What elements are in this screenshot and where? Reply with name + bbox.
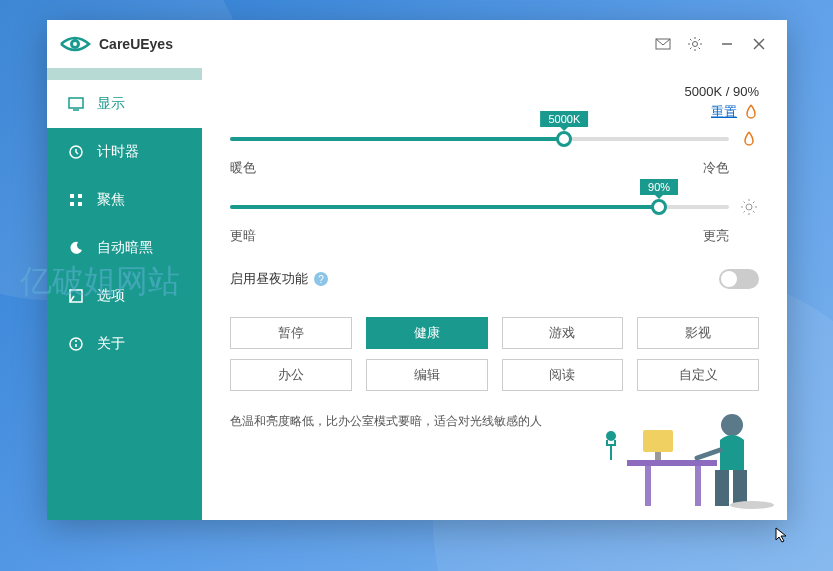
svg-rect-12 bbox=[70, 202, 74, 206]
brightness-value-tooltip: 90% bbox=[640, 179, 678, 195]
close-button[interactable] bbox=[743, 28, 775, 60]
illustration bbox=[577, 370, 777, 510]
svg-line-26 bbox=[753, 202, 755, 204]
reset-link[interactable]: 重置 bbox=[711, 103, 737, 121]
mode-movie[interactable]: 影视 bbox=[637, 317, 759, 349]
minimize-button[interactable] bbox=[711, 28, 743, 60]
svg-rect-11 bbox=[78, 194, 82, 198]
mode-grid: 暂停 健康 游戏 影视 办公 编辑 阅读 自定义 bbox=[230, 317, 759, 391]
svg-point-36 bbox=[730, 501, 774, 509]
titlebar: CareUEyes bbox=[47, 20, 787, 68]
svg-rect-13 bbox=[78, 202, 82, 206]
help-icon[interactable]: ? bbox=[314, 272, 328, 286]
svg-rect-28 bbox=[645, 466, 651, 506]
sidebar-item-focus[interactable]: 聚焦 bbox=[47, 176, 202, 224]
mode-health[interactable]: 健康 bbox=[366, 317, 488, 349]
flame-icon bbox=[743, 104, 759, 120]
svg-rect-31 bbox=[655, 452, 661, 460]
settings-icon[interactable] bbox=[679, 28, 711, 60]
svg-rect-27 bbox=[627, 460, 717, 466]
brightness-slider-thumb[interactable] bbox=[651, 199, 667, 215]
sidebar-item-options[interactable]: 选项 bbox=[47, 272, 202, 320]
mode-read[interactable]: 阅读 bbox=[502, 359, 624, 391]
svg-rect-29 bbox=[695, 466, 701, 506]
svg-rect-30 bbox=[643, 430, 673, 452]
flame-outline-icon bbox=[739, 129, 759, 149]
status-readout: 5000K / 90% bbox=[685, 84, 759, 99]
app-window: CareUEyes 显示 计时器 聚焦 自动暗黑 bbox=[47, 20, 787, 520]
temperature-cool-label: 冷色 bbox=[703, 159, 729, 177]
svg-point-32 bbox=[606, 431, 616, 441]
mode-office[interactable]: 办公 bbox=[230, 359, 352, 391]
svg-point-1 bbox=[73, 42, 77, 46]
mode-pause[interactable]: 暂停 bbox=[230, 317, 352, 349]
sidebar-label: 聚焦 bbox=[97, 191, 125, 209]
cursor-icon bbox=[775, 527, 791, 543]
sidebar-label: 计时器 bbox=[97, 143, 139, 161]
svg-rect-10 bbox=[70, 194, 74, 198]
svg-rect-34 bbox=[715, 470, 729, 506]
sidebar-item-autodark[interactable]: 自动暗黑 bbox=[47, 224, 202, 272]
temperature-slider-thumb[interactable] bbox=[556, 131, 572, 147]
clock-icon bbox=[67, 143, 85, 161]
sun-icon bbox=[739, 197, 759, 217]
monitor-icon bbox=[67, 95, 85, 113]
sidebar-label: 选项 bbox=[97, 287, 125, 305]
temperature-slider[interactable]: 5000K bbox=[230, 137, 729, 141]
app-logo: CareUEyes bbox=[59, 34, 173, 54]
options-icon bbox=[67, 287, 85, 305]
svg-rect-35 bbox=[733, 470, 747, 506]
svg-line-23 bbox=[744, 202, 746, 204]
sidebar-label: 自动暗黑 bbox=[97, 239, 153, 257]
svg-point-3 bbox=[693, 42, 698, 47]
svg-line-24 bbox=[753, 211, 755, 213]
temperature-value-tooltip: 5000K bbox=[540, 111, 588, 127]
sidebar-item-about[interactable]: 关于 bbox=[47, 320, 202, 368]
eye-logo-icon bbox=[59, 34, 91, 54]
daynight-toggle[interactable] bbox=[719, 269, 759, 289]
app-title: CareUEyes bbox=[99, 36, 173, 52]
mode-game[interactable]: 游戏 bbox=[502, 317, 624, 349]
grid-icon bbox=[67, 191, 85, 209]
brightness-darker-label: 更暗 bbox=[230, 227, 256, 245]
sidebar-item-display[interactable]: 显示 bbox=[47, 80, 202, 128]
brightness-brighter-label: 更亮 bbox=[703, 227, 729, 245]
brightness-slider[interactable]: 90% bbox=[230, 205, 729, 209]
mail-icon[interactable] bbox=[647, 28, 679, 60]
mode-edit[interactable]: 编辑 bbox=[366, 359, 488, 391]
sidebar-item-timer[interactable]: 计时器 bbox=[47, 128, 202, 176]
mode-description: 色温和亮度略低，比办公室模式要暗，适合对光线敏感的人 bbox=[230, 413, 759, 430]
sidebar-label: 显示 bbox=[97, 95, 125, 113]
svg-point-18 bbox=[746, 204, 752, 210]
temperature-warm-label: 暖色 bbox=[230, 159, 256, 177]
svg-line-25 bbox=[744, 211, 746, 213]
info-icon bbox=[67, 335, 85, 353]
moon-icon bbox=[67, 239, 85, 257]
svg-rect-7 bbox=[69, 98, 83, 108]
mode-custom[interactable]: 自定义 bbox=[637, 359, 759, 391]
sidebar-label: 关于 bbox=[97, 335, 125, 353]
main-content: 5000K / 90% 重置 5000K 暖色 冷色 bbox=[202, 68, 787, 520]
sidebar: 显示 计时器 聚焦 自动暗黑 选项 关于 bbox=[47, 68, 202, 520]
daynight-label: 启用昼夜功能 bbox=[230, 270, 308, 288]
